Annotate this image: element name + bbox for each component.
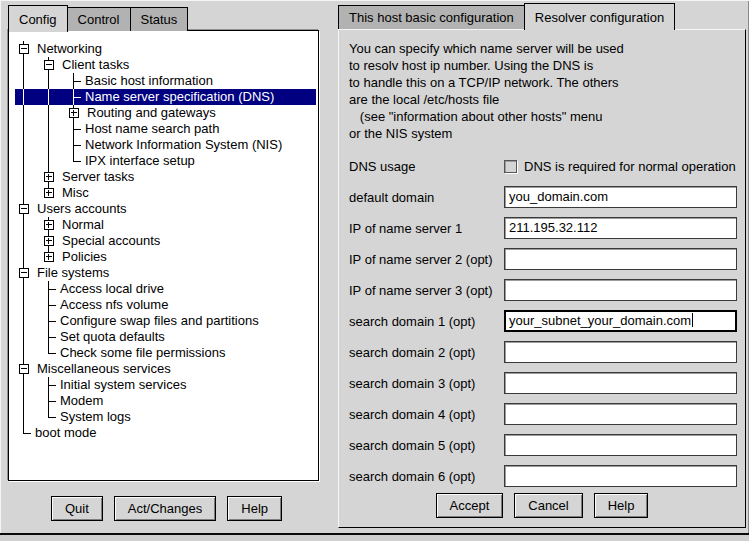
tree-collapse-icon[interactable] bbox=[40, 57, 59, 73]
right-tab-bar: This host basic configurationResolver co… bbox=[338, 3, 674, 29]
plus-box-icon bbox=[44, 252, 54, 262]
field-label: search domain 6 (opt) bbox=[349, 469, 504, 484]
tree-connector bbox=[65, 73, 82, 89]
tab-status[interactable]: Status bbox=[130, 7, 189, 31]
tree-item-modem[interactable]: Modem bbox=[15, 393, 316, 409]
field-label: IP of name server 3 (opt) bbox=[349, 283, 504, 298]
ip-of-name-server-3-opt-input[interactable] bbox=[504, 279, 737, 301]
tree-expand-icon[interactable] bbox=[40, 233, 59, 249]
tree-connector bbox=[40, 377, 57, 393]
tree-item-users-accounts[interactable]: Users accounts bbox=[15, 201, 316, 217]
form-row-search-domain-4-opt: search domain 4 (opt) bbox=[349, 403, 737, 425]
tree-item-label: Server tasks bbox=[59, 169, 134, 185]
left-button-row: QuitAct/ChangesHelp bbox=[0, 496, 333, 521]
tree-guide-line bbox=[15, 313, 40, 329]
tree-item-system-logs[interactable]: System logs bbox=[15, 409, 316, 425]
tree-item-normal[interactable]: Normal bbox=[15, 217, 316, 233]
resolver-configuration-panel: You can specify which name server will b… bbox=[338, 29, 746, 528]
tree-collapse-icon[interactable] bbox=[15, 361, 34, 377]
tree-expand-icon[interactable] bbox=[40, 217, 59, 233]
tree-item-misc[interactable]: Misc bbox=[15, 185, 316, 201]
tree-expand-icon[interactable] bbox=[40, 185, 59, 201]
tree-collapse-icon[interactable] bbox=[15, 41, 34, 57]
tree-guide-line bbox=[40, 73, 65, 89]
intro-line: or the NIS system bbox=[349, 125, 624, 142]
plus-box-icon bbox=[69, 108, 79, 118]
tree-item-ipx-interface-setup[interactable]: IPX interface setup bbox=[15, 153, 316, 169]
accept-button[interactable]: Accept bbox=[436, 493, 504, 518]
tree-item-networking[interactable]: Networking bbox=[15, 41, 316, 57]
tree-item-name-server-specification-dns[interactable]: Name server specification (DNS) bbox=[15, 89, 316, 105]
help-button[interactable]: Help bbox=[594, 493, 649, 518]
form-row-ip-of-name-server-3-opt: IP of name server 3 (opt) bbox=[349, 279, 737, 301]
tree-item-label: Users accounts bbox=[34, 201, 127, 217]
field-label: search domain 1 (opt) bbox=[349, 314, 504, 329]
search-domain-5-opt-input[interactable] bbox=[504, 434, 737, 456]
tree-item-label: Initial system services bbox=[57, 377, 186, 393]
help-button[interactable]: Help bbox=[227, 496, 282, 521]
tree-connector bbox=[40, 393, 57, 409]
resolver-intro-text: You can specify which name server will b… bbox=[349, 40, 624, 142]
form-row-search-domain-6-opt: search domain 6 (opt) bbox=[349, 465, 737, 487]
tree-item-label: Access local drive bbox=[57, 281, 164, 297]
input-value: you_domain.com bbox=[509, 189, 608, 204]
default-domain-input[interactable]: you_domain.com bbox=[504, 186, 737, 208]
tree-collapse-icon[interactable] bbox=[15, 201, 34, 217]
search-domain-4-opt-input[interactable] bbox=[504, 403, 737, 425]
tree-item-boot-mode[interactable]: boot mode bbox=[15, 425, 316, 441]
tree-guide-line bbox=[15, 185, 40, 201]
tab-this-host-basic-configuration[interactable]: This host basic configuration bbox=[338, 5, 525, 29]
tree-item-miscellaneous-services[interactable]: Miscellaneous services bbox=[15, 361, 316, 377]
tab-resolver-configuration[interactable]: Resolver configuration bbox=[524, 3, 675, 30]
input-value: 211.195.32.112 bbox=[509, 220, 597, 235]
field-label: search domain 5 (opt) bbox=[349, 438, 504, 453]
search-domain-6-opt-input[interactable] bbox=[504, 465, 737, 487]
tree-item-check-some-file-permissions[interactable]: Check some file permissions bbox=[15, 345, 316, 361]
tree-item-network-information-system-nis[interactable]: Network Information System (NIS) bbox=[15, 137, 316, 153]
act-changes-button[interactable]: Act/Changes bbox=[114, 496, 216, 521]
tree-item-basic-host-information[interactable]: Basic host information bbox=[15, 73, 316, 89]
tree-item-configure-swap-files-and-partitions[interactable]: Configure swap files and partitions bbox=[15, 313, 316, 329]
tree-item-access-local-drive[interactable]: Access local drive bbox=[15, 281, 316, 297]
tree-item-label: Basic host information bbox=[82, 73, 213, 89]
search-domain-3-opt-input[interactable] bbox=[504, 372, 737, 394]
form-row-dns-usage: DNS usageDNS is required for normal oper… bbox=[349, 155, 737, 177]
quit-button[interactable]: Quit bbox=[51, 496, 103, 521]
field-label: search domain 3 (opt) bbox=[349, 376, 504, 391]
tree-item-access-nfs-volume[interactable]: Access nfs volume bbox=[15, 297, 316, 313]
tree-item-host-name-search-path[interactable]: Host name search path bbox=[15, 121, 316, 137]
tree-item-set-quota-defaults[interactable]: Set quota defaults bbox=[15, 329, 316, 345]
tree-guide-line bbox=[40, 105, 65, 121]
dns-required-checkbox[interactable] bbox=[504, 160, 517, 173]
form-row-ip-of-name-server-1: IP of name server 1211.195.32.112 bbox=[349, 217, 737, 239]
field-label: search domain 4 (opt) bbox=[349, 407, 504, 422]
ip-of-name-server-1-input[interactable]: 211.195.32.112 bbox=[504, 217, 737, 239]
search-domain-1-opt-input[interactable]: your_subnet_your_domain.com bbox=[504, 310, 737, 332]
tree-item-routing-and-gateways[interactable]: Routing and gateways bbox=[15, 105, 316, 121]
tree-guide-line bbox=[15, 281, 40, 297]
tree-guide-line bbox=[15, 233, 40, 249]
tree-guide-line bbox=[15, 345, 40, 361]
cancel-button[interactable]: Cancel bbox=[514, 493, 582, 518]
tree-expand-icon[interactable] bbox=[65, 105, 84, 121]
tab-config[interactable]: Config bbox=[8, 5, 68, 32]
minus-box-icon bbox=[44, 60, 54, 70]
form-row-search-domain-1-opt: search domain 1 (opt)your_subnet_your_do… bbox=[349, 310, 737, 332]
tree-item-policies[interactable]: Policies bbox=[15, 249, 316, 265]
tree-expand-icon[interactable] bbox=[40, 249, 59, 265]
minus-box-icon bbox=[19, 204, 29, 214]
ip-of-name-server-2-opt-input[interactable] bbox=[504, 248, 737, 270]
tree-item-server-tasks[interactable]: Server tasks bbox=[15, 169, 316, 185]
tree-connector bbox=[65, 153, 82, 169]
plus-box-icon bbox=[44, 172, 54, 182]
tree-item-special-accounts[interactable]: Special accounts bbox=[15, 233, 316, 249]
tree-item-file-systems[interactable]: File systems bbox=[15, 265, 316, 281]
tree-collapse-icon[interactable] bbox=[15, 265, 34, 281]
tree-item-client-tasks[interactable]: Client tasks bbox=[15, 57, 316, 73]
plus-box-icon bbox=[44, 236, 54, 246]
tree-item-initial-system-services[interactable]: Initial system services bbox=[15, 377, 316, 393]
search-domain-2-opt-input[interactable] bbox=[504, 341, 737, 363]
tab-control[interactable]: Control bbox=[67, 7, 131, 31]
tree-expand-icon[interactable] bbox=[40, 169, 59, 185]
intro-line: are the local /etc/hosts file bbox=[349, 91, 624, 108]
